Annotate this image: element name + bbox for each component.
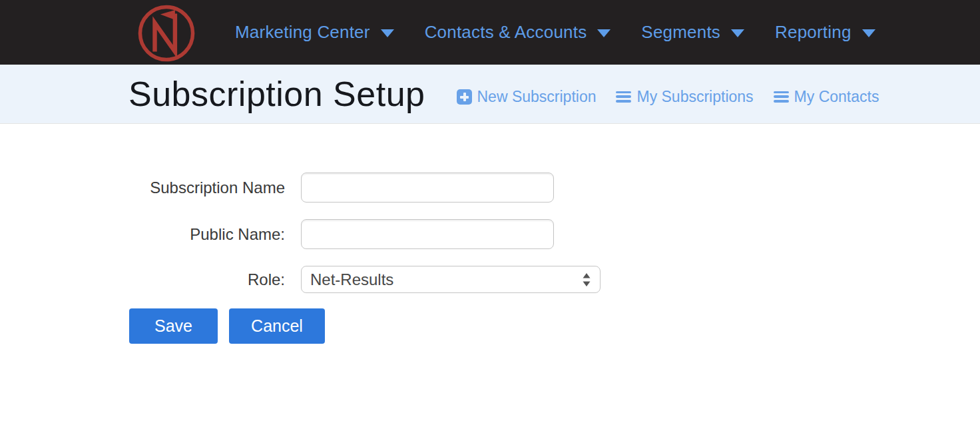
role-row: Role: Net-Results [0,266,980,293]
nav-item-reporting[interactable]: Reporting [775,22,875,43]
new-subscription-link[interactable]: New Subscription [457,88,597,106]
nav-menu: Marketing Center Contacts & Accounts Seg… [235,22,875,43]
header-links: New Subscription My Subscriptions My Con… [457,88,879,106]
my-subscriptions-link[interactable]: My Subscriptions [616,88,753,106]
chevron-down-icon [381,29,394,37]
net-results-logo-icon [136,3,197,64]
role-select[interactable]: Net-Results [301,266,601,293]
nav-item-contacts-accounts[interactable]: Contacts & Accounts [425,22,611,43]
form-buttons: Save Cancel [129,308,980,344]
nav-item-label: Reporting [775,22,852,43]
public-name-label: Public Name: [0,225,285,244]
role-label: Role: [0,270,285,289]
hamburger-icon [774,91,789,103]
public-name-row: Public Name: [0,219,980,249]
hamburger-icon [616,91,631,103]
page-header: Subscription Setup New Subscription My S… [0,65,980,124]
nav-item-label: Contacts & Accounts [425,22,587,43]
my-contacts-link[interactable]: My Contacts [774,88,879,106]
chevron-down-icon [862,29,875,37]
page-title: Subscription Setup [128,74,425,114]
nav-item-label: Segments [641,22,720,43]
nav-item-label: Marketing Center [235,22,370,43]
top-navbar: Marketing Center Contacts & Accounts Seg… [0,0,980,65]
subscription-name-label: Subscription Name [0,179,285,197]
header-link-label: New Subscription [477,88,597,106]
nav-item-marketing-center[interactable]: Marketing Center [235,22,394,43]
subscription-name-input[interactable] [301,173,554,203]
public-name-input[interactable] [301,219,554,249]
chevron-down-icon [731,29,744,37]
subscription-setup-form: Subscription Name Public Name: Role: Net… [0,124,980,344]
subscription-name-row: Subscription Name [0,173,980,203]
cancel-button[interactable]: Cancel [229,308,325,344]
chevron-down-icon [597,29,611,37]
save-button[interactable]: Save [129,308,218,344]
header-link-label: My Subscriptions [636,88,753,106]
net-results-logo[interactable] [136,3,197,64]
header-link-label: My Contacts [794,88,879,106]
plus-square-icon [457,89,472,105]
role-select-wrap: Net-Results [301,266,601,293]
nav-item-segments[interactable]: Segments [641,22,744,43]
